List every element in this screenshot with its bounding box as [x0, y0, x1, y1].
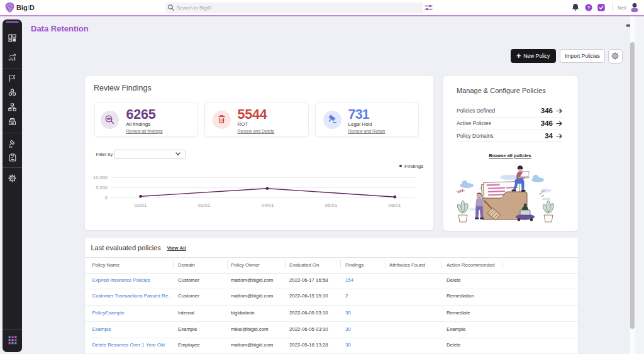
svg-text:?: ? — [587, 4, 591, 10]
